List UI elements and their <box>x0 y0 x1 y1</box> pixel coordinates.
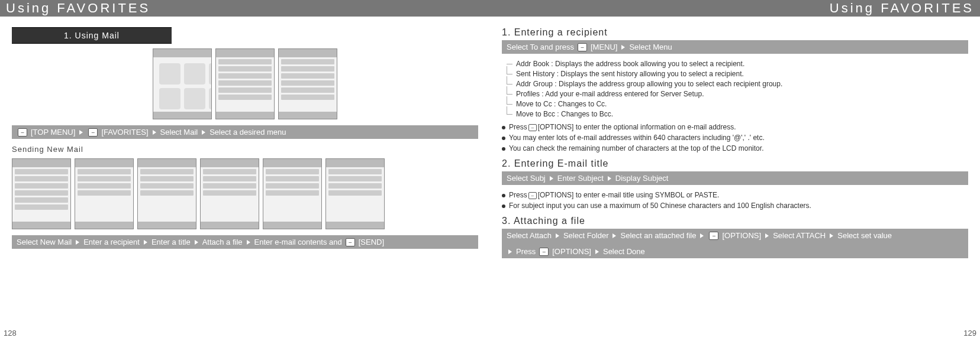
label: Enter a title <box>151 238 191 246</box>
arrow-icon <box>79 130 83 135</box>
page-header-left: Using FAVORITES <box>0 0 490 17</box>
arrow-icon <box>621 45 625 50</box>
label: Attach a file <box>202 238 243 246</box>
bullet-item: Press–[OPTIONS] to enter e-mail title us… <box>502 191 968 199</box>
arrow-icon <box>556 233 559 238</box>
label: [OPTIONS] to enter e-mail title using SY… <box>538 191 720 199</box>
label: Display Subject <box>615 174 669 183</box>
arrow-icon <box>195 240 198 245</box>
screenshot-thumbnail <box>200 158 259 229</box>
label: Select To and press <box>507 43 574 51</box>
label: Enter Subject <box>557 174 604 183</box>
bullet-item: You may enter lots of e-mail addresses w… <box>502 134 968 142</box>
section-tab-using-mail: 1. Using Mail <box>12 27 172 44</box>
menu-key-icon: – <box>346 238 355 246</box>
menu-key-icon: – <box>528 124 537 131</box>
label: Select Menu <box>629 43 672 51</box>
page-number-right: 129 <box>963 329 976 337</box>
bullet-list-s1: Press–[OPTIONS] to enter the optional in… <box>502 123 968 152</box>
tree-item-addr-group: Addr Group : Displays the address group … <box>502 80 968 88</box>
label: Enter e-mail contents and <box>254 238 342 246</box>
bullet-item: For subject input you can use a maximum … <box>502 202 968 210</box>
instruction-bar-top-menu: – [TOP MENU] – [FAVORITES] Select Mail S… <box>12 125 478 139</box>
label: Enter a recipient <box>83 238 140 246</box>
bullet-item: Press–[OPTIONS] to enter the optional in… <box>502 123 968 131</box>
label: Select ATTACH <box>773 231 826 240</box>
label: Select an attached file <box>620 231 696 240</box>
section-title-attaching-file: 3. Attaching a file <box>502 216 968 226</box>
arrow-icon <box>608 176 611 181</box>
instruction-bar-new-mail: Select New Mail Enter a recipient Enter … <box>12 235 478 249</box>
label: Select set value <box>837 231 892 240</box>
label: [FAVORITES] <box>101 128 148 137</box>
tree-item-move-cc: Move to Cc : Changes to Cc. <box>502 100 968 108</box>
menu-key-icon: – <box>539 248 549 256</box>
label: Select Folder <box>563 231 609 240</box>
subheading-sending-new-mail: Sending New Mail <box>12 145 478 154</box>
label: Addr Group : Displays the address group … <box>516 80 782 88</box>
tree-item-addr-book: Addr Book : Displays the address book al… <box>502 60 968 68</box>
label: Select Attach <box>507 231 552 240</box>
bullet-list-s2: Press–[OPTIONS] to enter e-mail title us… <box>502 191 968 210</box>
instruction-bar-attach: Select Attach Select Folder Select an at… <box>502 229 968 258</box>
arrow-icon <box>765 233 769 238</box>
instruction-bar-select-to: Select To and press – [MENU] Select Menu <box>502 40 968 54</box>
label: Select Done <box>603 247 645 256</box>
label: [SEND] <box>359 238 384 246</box>
screenshot-thumbnail <box>12 158 71 229</box>
page-left: Using FAVORITES 1. Using Mail – [TOP MEN… <box>0 0 490 341</box>
label: Select Subj <box>507 174 546 183</box>
page-right: Using FAVORITES 1. Entering a recipient … <box>490 0 980 341</box>
screenshot-thumbnail <box>263 158 322 229</box>
menu-key-icon: – <box>709 232 718 240</box>
label: Move to Cc : Changes to Cc. <box>516 100 607 108</box>
arrow-icon <box>153 130 156 135</box>
label: Select a desired menu <box>209 128 286 137</box>
screenshot-thumbnail <box>75 158 134 229</box>
arrow-icon <box>612 233 616 238</box>
screenshot-thumbnail <box>325 158 385 229</box>
label: Move to Bcc : Changes to Bcc. <box>516 110 613 118</box>
arrow-icon <box>830 233 833 238</box>
label: Press <box>509 191 527 199</box>
tree-item-move-bcc: Move to Bcc : Changes to Bcc. <box>502 110 968 118</box>
page-number-left: 128 <box>4 329 17 337</box>
screenshots-row-2 <box>12 158 478 229</box>
screenshot-thumbnail <box>278 48 337 119</box>
screenshot-thumbnail <box>215 48 275 119</box>
arrow-icon <box>508 249 512 254</box>
tree-item-sent-history: Sent History : Displays the sent history… <box>502 70 968 78</box>
label: Select New Mail <box>17 238 72 246</box>
screenshots-row-1 <box>12 48 478 119</box>
label: [OPTIONS] <box>552 247 591 256</box>
arrow-icon <box>700 233 704 238</box>
label: For subject input you can use a maximum … <box>509 202 811 210</box>
section-title-entering-recipient: 1. Entering a recipient <box>502 27 968 38</box>
menu-key-icon: – <box>18 128 27 137</box>
label: Addr Book : Displays the address book al… <box>516 60 744 68</box>
menu-key-icon: – <box>578 43 587 51</box>
label: Profiles : Add your e-mail address enter… <box>516 90 704 98</box>
bullet-item: You can check the remaining number of ch… <box>502 144 968 152</box>
arrow-icon <box>202 130 205 135</box>
label: [OPTIONS] <box>722 231 761 240</box>
screenshot-thumbnail <box>153 48 212 119</box>
arrow-icon <box>247 240 250 245</box>
label: You can check the remaining number of ch… <box>509 144 763 152</box>
label: Press <box>509 123 527 131</box>
label: [OPTIONS] to enter the optional informat… <box>538 123 736 131</box>
menu-key-icon: – <box>528 192 537 199</box>
label: [TOP MENU] <box>31 128 75 137</box>
label: Press <box>516 247 536 256</box>
page-header-right: Using FAVORITES <box>490 0 980 17</box>
arrow-icon <box>550 176 553 181</box>
arrow-icon <box>76 240 79 245</box>
label: You may enter lots of e-mail addresses w… <box>509 134 765 142</box>
label: [MENU] <box>591 43 618 51</box>
menu-key-icon: – <box>88 128 98 137</box>
instruction-bar-select-subj: Select Subj Enter Subject Display Subjec… <box>502 171 968 185</box>
arrow-icon <box>144 240 147 245</box>
section-title-email-title: 2. Entering E-mail title <box>502 158 968 169</box>
label: Select Mail <box>160 128 198 137</box>
screenshot-thumbnail <box>137 158 196 229</box>
